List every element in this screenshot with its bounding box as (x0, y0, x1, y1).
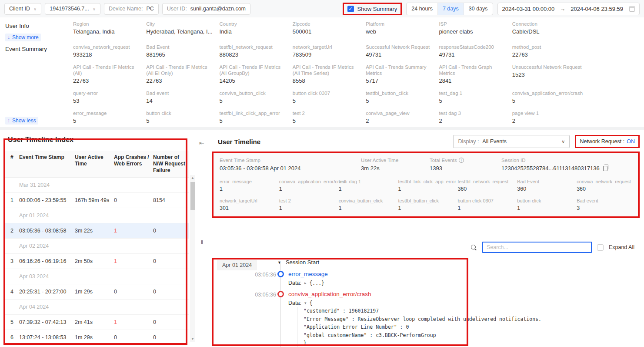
network-request-toggle[interactable]: ON (627, 138, 635, 145)
field-label: Platform (366, 21, 435, 27)
metric-value: 8558 (293, 77, 362, 84)
show-more-link[interactable]: ↓ Show more (5, 34, 41, 41)
metric-cell: API Call - Trends Summary Metrics5717 (366, 64, 435, 84)
metric-label: testfbl_link_click_app_error (220, 110, 289, 116)
field-value-wrap: 3m 22s (361, 165, 430, 172)
range-button-7-days[interactable]: 7 days (437, 3, 464, 15)
scrollbar-thumb[interactable] (190, 182, 195, 210)
metric-value: 1523 (512, 71, 582, 78)
timeline-index-row[interactable]: 306:16:26 - 06:19:162m 50s10 (4, 254, 189, 269)
event-time: 03:05:36 (212, 272, 276, 278)
event-name[interactable]: error_message (288, 271, 328, 277)
annotation-network-request: Network Request : ON (575, 135, 640, 148)
metric-value: 1 (398, 205, 454, 211)
timeline-index-row[interactable]: 203:05:36 - 03:08:583m 22s10 (4, 223, 189, 239)
main-area: User Timeline Index # Event Time Stamp U… (0, 130, 644, 344)
show-less-link[interactable]: ↑ Show less (5, 117, 38, 125)
search-icon[interactable] (470, 244, 477, 251)
timeline-index-row[interactable]: 100:00:06 - 23:59:55167h 59m 49s08154 (4, 193, 189, 208)
splitter-handle-icon[interactable]: ‖ (201, 239, 204, 246)
scrollbar-up-icon[interactable]: ▲ (190, 176, 195, 180)
metric-label: testfbl_network_request (457, 179, 513, 185)
timeline-index-title: User Timeline Index (4, 136, 198, 144)
scrollbar-down-icon[interactable]: ▼ (190, 337, 195, 341)
metric-value: 881965 (146, 51, 216, 58)
expand-all-checkbox[interactable] (597, 244, 604, 251)
user-timeline-panel: User Timeline Display : All Events ∨ Net… (208, 130, 644, 344)
date-group-row: Apr 02 2024 (4, 239, 189, 254)
collapsed-json[interactable]: {...} (309, 280, 324, 286)
range-button-24-hours[interactable]: 24 hours (407, 3, 437, 15)
client-id-select[interactable]: Client ID ∨ (4, 3, 41, 15)
session-summary-fields: Event Time Stamp03:05:36 - 03:08:58 Apr … (220, 157, 632, 172)
top-bar-right: Show Summary 24 hours 7 days 30 days 202… (343, 3, 640, 15)
arrow-up-icon: ↑ (7, 118, 10, 124)
timeline-index-row[interactable]: 420:25:31 - 20:27:001m 29s00 (4, 284, 189, 300)
user-timeline-title: User Timeline (218, 138, 260, 145)
session-metrics-grid: error_message1conviva_application_error/… (220, 179, 632, 211)
user-timeline-header: User Timeline Display : All Events ∨ Net… (212, 135, 640, 148)
timeline-index-row[interactable]: 613:07:24 - 13:08:531m 29s00 (4, 330, 189, 345)
field-value: Cable/DSL (512, 28, 582, 35)
metric-cell: conviva_application_error/crash1 (279, 179, 334, 192)
metric-label: query-error (73, 90, 143, 96)
open-brace: { (309, 300, 312, 306)
field-label: Event Time Stamp (220, 157, 361, 163)
annotation-show-summary: Show Summary (343, 3, 402, 15)
triangle-down-icon[interactable]: ▾ (304, 301, 307, 305)
metric-value: 2841 (439, 77, 508, 84)
event-time: 03:05:36 (212, 292, 276, 298)
field-label: Zipcode (293, 21, 362, 27)
event-summary-grid: conviva_network_request933218Bad Event88… (73, 44, 582, 124)
date-range-picker[interactable]: 2024-03-31 00:00:00 → 2024-04-06 23:59:5… (497, 3, 640, 15)
metric-cell: testfbl_link_click_app_error1 (398, 179, 454, 192)
event-dot-info-icon[interactable] (277, 271, 284, 277)
metric-label: API Call - Trends Summary Metrics (366, 64, 435, 76)
triangle-right-icon[interactable]: ▸ (304, 281, 307, 285)
show-less-wrap: ↑ Show less (5, 116, 38, 125)
row-cell: 00:00:06 - 23:59:55 (19, 197, 75, 203)
metric-cell: responseStatusCode20049731 (439, 44, 508, 58)
json-line: "customerId" : 1960182197 (304, 307, 541, 315)
metric-label: test_dag 1 (339, 179, 394, 185)
triangle-down-icon: ▼ (277, 260, 281, 265)
index-table-scrollbar[interactable]: ▲ ▼ (190, 175, 195, 342)
timeline-index-row[interactable]: 507:39:32 - 07:42:132m 41s10 (4, 315, 189, 330)
display-events-select[interactable]: Display : All Events ∨ (453, 135, 570, 148)
show-summary-checkbox[interactable] (347, 6, 354, 12)
client-id-value-select[interactable]: 1941973546.7... ∨ (45, 3, 100, 15)
row-cell: 1m 29s (75, 289, 114, 295)
field-label: Total Events (430, 157, 501, 163)
metric-label: button click 0307 (293, 90, 362, 96)
search-input[interactable] (482, 242, 592, 253)
copy-icon[interactable] (603, 166, 607, 171)
metric-value: 301 (220, 205, 275, 211)
metric-label: conviva_network_request (577, 179, 632, 185)
date-group-row: Apr 04 2024 (4, 300, 189, 315)
metric-cell: testfbl_button_click1 (398, 198, 454, 211)
metric-value: 1 (279, 205, 334, 211)
event-name[interactable]: conviva_application_error/crash (288, 291, 371, 297)
summary-field: Total Events1393 (430, 157, 501, 172)
metric-cell: API Call - Trends IF Metrics (All)22763 (73, 64, 143, 84)
metric-label: API Call - Trends IF Metrics (All Time S… (293, 64, 362, 76)
metric-value: 49731 (366, 51, 435, 58)
collapse-panel-icon[interactable]: ⇤ (199, 139, 204, 146)
show-summary-label: Show Summary (357, 6, 397, 12)
session-start-row[interactable]: ▼ Session Start (277, 259, 319, 266)
metric-cell: test_dag 15 (439, 90, 508, 104)
metric-value: 360 (517, 186, 572, 192)
metric-value: 22763 (512, 51, 582, 58)
user-info-row: User Info ↓ Show more RegionTelangana, I… (0, 21, 644, 41)
json-line: } (304, 339, 541, 347)
range-button-30-days[interactable]: 30 days (464, 3, 493, 15)
metric-value: 14 (146, 98, 216, 104)
info-icon[interactable] (459, 158, 464, 163)
row-cell: 5 (4, 319, 19, 325)
metric-cell: error_message5 (73, 110, 143, 124)
metric-label: API Call - Trends IF Metrics (All) (73, 64, 143, 76)
event-json-block: "customerId" : 1960182197"Error Message"… (297, 307, 541, 347)
user-id-box: User ID: sunil.ganta@dazn.com (162, 3, 250, 15)
metric-cell: test 25 (293, 110, 362, 124)
event-dot-error-icon[interactable] (277, 291, 284, 297)
